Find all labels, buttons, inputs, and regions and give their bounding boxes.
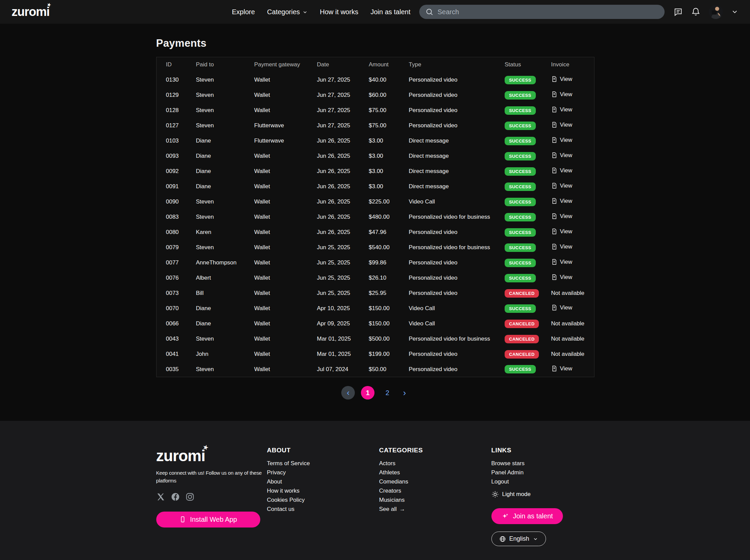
footer-link-privacy[interactable]: Privacy: [267, 469, 379, 476]
invoice-view-link[interactable]: View: [551, 244, 572, 250]
search-input[interactable]: [437, 8, 658, 16]
table-header-row: IDPaid toPayment gatewayDateAmountTypeSt…: [156, 57, 594, 72]
language-chevron-down-icon: [533, 536, 538, 542]
cell-date: Jun 27, 2025: [317, 72, 369, 88]
cell-type: Personalized video: [409, 88, 505, 103]
footer-link-how-it-works[interactable]: How it works: [267, 488, 379, 494]
cell-date: Jun 26, 2025: [317, 194, 369, 210]
cell-id: 0070: [156, 301, 196, 316]
invoice-view-link[interactable]: View: [551, 183, 572, 189]
cell-paid_to: Diane: [196, 301, 254, 316]
invoice-view-link[interactable]: View: [551, 152, 572, 159]
invoice-view-link[interactable]: View: [551, 106, 572, 113]
footer-link-panel-admin[interactable]: Panel Admin: [491, 469, 594, 476]
table-row: 0127StevenFlutterwaveJun 27, 2025$75.00P…: [156, 118, 594, 133]
cell-type: Personalized video for business: [409, 210, 505, 225]
table-row: 0083StevenWalletJun 26, 2025$480.00Perso…: [156, 210, 594, 225]
table-row: 0129StevenWalletJun 27, 2025$60.00Person…: [156, 88, 594, 103]
notifications-bell-icon[interactable]: [691, 7, 700, 17]
cell-gateway: Wallet: [254, 225, 317, 240]
cell-amount: $47.96: [369, 225, 409, 240]
footer-category-actors[interactable]: Actors: [379, 460, 491, 467]
invoice-view-link[interactable]: View: [551, 274, 572, 281]
invoice-not-available: Not available: [551, 320, 584, 327]
account-chevron-down-icon[interactable]: [731, 8, 738, 16]
x-icon[interactable]: [156, 492, 165, 501]
facebook-icon[interactable]: [171, 492, 180, 501]
user-avatar[interactable]: [709, 5, 723, 19]
cell-date: Jun 25, 2025: [317, 271, 369, 286]
footer-category-creators[interactable]: Creators: [379, 488, 491, 494]
cell-type: Video Call: [409, 194, 505, 210]
invoice-view-link[interactable]: View: [551, 76, 572, 83]
footer-see-all-link[interactable]: See all→: [379, 506, 491, 513]
cell-type: Personalized video for business: [409, 240, 505, 255]
cell-amount: $40.00: [369, 72, 409, 88]
pagination-prev-button[interactable]: ‹: [341, 386, 355, 399]
cell-amount: $60.00: [369, 88, 409, 103]
instagram-icon[interactable]: [185, 492, 195, 501]
status-badge: SUCCESS: [505, 122, 536, 130]
footer-category-athletes[interactable]: Athletes: [379, 469, 491, 476]
cell-gateway: Wallet: [254, 72, 317, 88]
cell-type: Personalized video: [409, 347, 505, 362]
cell-paid_to: Steven: [196, 210, 254, 225]
document-icon: [551, 137, 557, 143]
invoice-view-link[interactable]: View: [551, 91, 572, 98]
cell-amount: $199.00: [369, 347, 409, 362]
footer-category-musicians[interactable]: Musicians: [379, 497, 491, 503]
invoice-view-link[interactable]: View: [551, 365, 572, 372]
footer-link-contact-us[interactable]: Contact us: [267, 506, 379, 513]
status-badge: SUCCESS: [505, 106, 536, 115]
footer-link-logout[interactable]: Logout: [491, 478, 594, 485]
invoice-view-label: View: [560, 76, 572, 83]
search-bar[interactable]: [419, 5, 665, 19]
nav-link-join-as-talent[interactable]: Join as talent: [371, 8, 410, 16]
cell-type: Direct message: [409, 133, 505, 149]
cell-id: 0093: [156, 149, 196, 164]
column-header-date: Date: [317, 57, 369, 72]
footer-link-terms-of-service[interactable]: Terms of Service: [267, 460, 379, 467]
table-row: 0041JohnWalletMar 01, 2025$199.00Persona…: [156, 347, 594, 362]
join-as-talent-button[interactable]: Join as talent: [491, 508, 563, 524]
nav-link-how-it-works[interactable]: How it works: [320, 8, 358, 16]
install-web-app-button[interactable]: Install Web App: [156, 512, 260, 527]
cell-paid_to: Steven: [196, 103, 254, 118]
cell-date: Mar 01, 2025: [317, 347, 369, 362]
invoice-view-link[interactable]: View: [551, 228, 572, 235]
document-icon: [551, 122, 557, 128]
light-mode-toggle[interactable]: Light mode: [491, 491, 531, 498]
table-row: 0091DianeWalletJun 26, 2025$3.00Direct m…: [156, 179, 594, 194]
messages-icon[interactable]: [673, 7, 683, 17]
pagination-page-1[interactable]: 1: [361, 386, 375, 399]
cell-paid_to: Diane: [196, 179, 254, 194]
footer-category-comedians[interactable]: Comedians: [379, 478, 491, 485]
table-row: 0090StevenWalletJun 26, 2025$225.00Video…: [156, 194, 594, 210]
cell-id: 0129: [156, 88, 196, 103]
invoice-view-link[interactable]: View: [551, 213, 572, 220]
invoice-view-link[interactable]: View: [551, 167, 572, 174]
footer-link-cookies-policy[interactable]: Cookies Policy: [267, 497, 379, 503]
invoice-view-link[interactable]: View: [551, 304, 572, 311]
language-selector[interactable]: English: [491, 532, 546, 546]
footer-link-browse-stars[interactable]: Browse stars: [491, 460, 594, 467]
table-row: 0070DianeWalletApr 10, 2025$150.00Video …: [156, 301, 594, 316]
invoice-view-link[interactable]: View: [551, 198, 572, 205]
document-icon: [551, 198, 557, 204]
footer-brand-logo[interactable]: zuromi★: [156, 447, 205, 465]
cell-date: Apr 09, 2025: [317, 316, 369, 331]
nav-link-categories[interactable]: Categories: [267, 8, 308, 16]
status-badge: SUCCESS: [505, 228, 536, 237]
brand-logo[interactable]: zuromi★: [12, 5, 50, 19]
cell-date: Jun 26, 2025: [317, 149, 369, 164]
invoice-view-link[interactable]: View: [551, 137, 572, 144]
invoice-view-link[interactable]: View: [551, 259, 572, 266]
pagination-next-button[interactable]: ›: [400, 388, 409, 398]
nav-link-explore[interactable]: Explore: [232, 8, 255, 16]
footer-link-about[interactable]: About: [267, 478, 379, 485]
pagination-page-2[interactable]: 2: [380, 386, 394, 399]
status-badge: SUCCESS: [505, 91, 536, 100]
sparkles-icon: [501, 513, 509, 520]
invoice-view-link[interactable]: View: [551, 122, 572, 128]
status-badge: SUCCESS: [505, 76, 536, 84]
